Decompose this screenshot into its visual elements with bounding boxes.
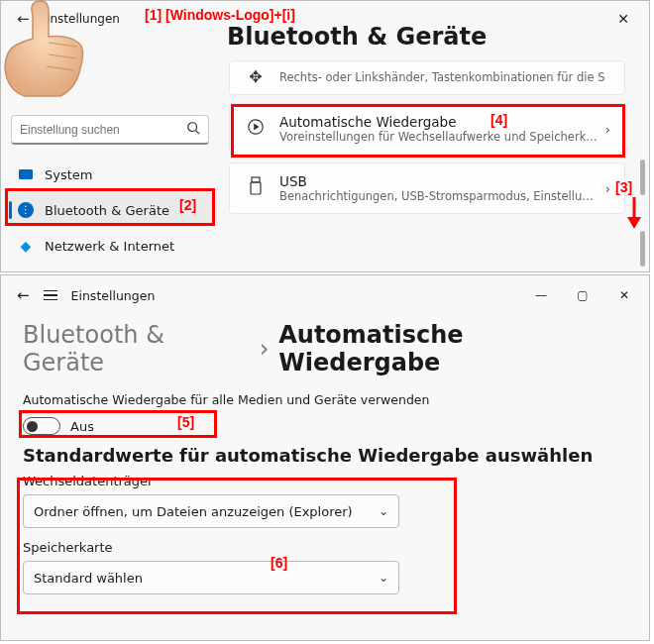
removable-drive-field: Wechseldatenträger Ordner öffnen, um Dat… bbox=[1, 468, 649, 534]
settings-window-bottom: ← Einstellungen — ▢ ✕ Bluetooth & Geräte… bbox=[0, 274, 650, 641]
close-button[interactable]: ✕ bbox=[607, 281, 641, 309]
sidebar-item-label: Netzwerk & Internet bbox=[45, 239, 174, 254]
back-button[interactable]: ← bbox=[11, 6, 36, 32]
search-input[interactable] bbox=[20, 123, 186, 137]
chevron-right-icon: › bbox=[260, 335, 270, 363]
scrollbar-thumb[interactable] bbox=[640, 231, 645, 267]
toggle-switch[interactable] bbox=[23, 417, 60, 435]
sidebar-item-label: Bluetooth & Geräte bbox=[45, 203, 169, 218]
touch-icon: ✥ bbox=[244, 67, 268, 86]
card-previous-item[interactable]: ✥ Rechts- oder Linkshänder, Tastenkombin… bbox=[229, 60, 625, 95]
toggle-state-label: Aus bbox=[70, 419, 94, 434]
card-autoplay[interactable]: Automatische Wiedergabe Voreinstellungen… bbox=[229, 103, 625, 155]
content-pane: ✥ Rechts- oder Linkshänder, Tastenkombin… bbox=[229, 60, 625, 222]
chevron-down-icon: ⌄ bbox=[379, 504, 388, 518]
chevron-right-icon: › bbox=[605, 181, 610, 196]
svg-line-0 bbox=[49, 43, 76, 47]
sidebar-item-system[interactable]: System bbox=[7, 158, 215, 191]
maximize-button[interactable]: ▢ bbox=[566, 281, 600, 309]
breadcrumb-parent[interactable]: Bluetooth & Geräte bbox=[23, 321, 250, 376]
sidebar: System ⋮ Bluetooth & Geräte ◆ Netzwerk &… bbox=[7, 158, 215, 265]
search-icon bbox=[186, 121, 200, 138]
autoplay-icon bbox=[244, 118, 268, 140]
sidebar-item-network[interactable]: ◆ Netzwerk & Internet bbox=[7, 229, 215, 263]
select-value: Standard wählen bbox=[34, 571, 143, 586]
autoplay-master-toggle-row: Aus bbox=[1, 415, 649, 437]
card-body: Automatische Wiedergabe Voreinstellungen… bbox=[279, 114, 600, 144]
settings-window-top: ← Einstellungen ✕ Bluetooth & Geräte Sys… bbox=[0, 0, 650, 272]
card-body: Rechts- oder Linkshänder, Tastenkombinat… bbox=[279, 70, 610, 84]
memory-card-field: Speicherkarte Standard wählen ⌄ bbox=[1, 534, 649, 600]
card-sub: Voreinstellungen für Wechsellaufwerke un… bbox=[279, 130, 600, 144]
wifi-icon: ◆ bbox=[17, 237, 35, 255]
setting-description: Automatische Wiedergabe für alle Medien … bbox=[1, 390, 649, 415]
scrollbar-thumb[interactable] bbox=[640, 160, 645, 195]
close-button[interactable]: ✕ bbox=[607, 5, 639, 33]
menu-button[interactable] bbox=[44, 290, 57, 301]
titlebar: ← Einstellungen — ▢ ✕ bbox=[1, 275, 649, 315]
usb-icon bbox=[244, 176, 268, 200]
window-title: Einstellungen bbox=[71, 288, 156, 303]
bluetooth-icon: ⋮ bbox=[17, 201, 35, 219]
chevron-down-icon: ⌄ bbox=[379, 571, 388, 585]
card-body: USB Benachrichtigungen, USB-Stromsparmod… bbox=[279, 173, 600, 203]
field-label: Wechseldatenträger bbox=[23, 474, 627, 488]
chevron-right-icon: › bbox=[605, 122, 610, 137]
search-input-wrap[interactable] bbox=[11, 115, 209, 145]
memory-card-select[interactable]: Standard wählen ⌄ bbox=[23, 561, 399, 594]
removable-drive-select[interactable]: Ordner öffnen, um Dateien anzuzeigen (Ex… bbox=[23, 494, 399, 528]
section-heading: Standardwerte für automatische Wiedergab… bbox=[1, 437, 649, 468]
card-title: USB bbox=[279, 173, 600, 189]
page-title: Bluetooth & Geräte bbox=[227, 23, 487, 51]
card-sub: Rechts- oder Linkshänder, Tastenkombinat… bbox=[279, 70, 610, 84]
select-value: Ordner öffnen, um Dateien anzuzeigen (Ex… bbox=[34, 504, 353, 519]
annotation-arrow-3 bbox=[625, 195, 643, 229]
svg-marker-9 bbox=[627, 217, 641, 229]
svg-line-1 bbox=[49, 54, 76, 58]
svg-line-2 bbox=[47, 66, 74, 70]
card-title: Automatische Wiedergabe bbox=[279, 114, 600, 130]
card-usb[interactable]: USB Benachrichtigungen, USB-Stromsparmod… bbox=[229, 162, 625, 214]
back-button[interactable]: ← bbox=[17, 286, 30, 304]
monitor-icon bbox=[17, 165, 35, 183]
svg-point-3 bbox=[188, 123, 197, 132]
svg-line-4 bbox=[196, 131, 200, 135]
sidebar-item-label: System bbox=[45, 167, 92, 182]
breadcrumb: Bluetooth & Geräte › Automatische Wieder… bbox=[1, 315, 649, 390]
minimize-button[interactable]: — bbox=[524, 281, 558, 309]
field-label: Speicherkarte bbox=[23, 540, 627, 555]
window-title: Einstellungen bbox=[40, 12, 120, 26]
svg-rect-7 bbox=[251, 182, 261, 194]
svg-rect-6 bbox=[252, 177, 260, 182]
breadcrumb-current: Automatische Wiedergabe bbox=[278, 321, 627, 376]
card-sub: Benachrichtigungen, USB-Stromsparmodus, … bbox=[279, 189, 600, 203]
sidebar-item-bluetooth[interactable]: ⋮ Bluetooth & Geräte bbox=[7, 193, 215, 227]
